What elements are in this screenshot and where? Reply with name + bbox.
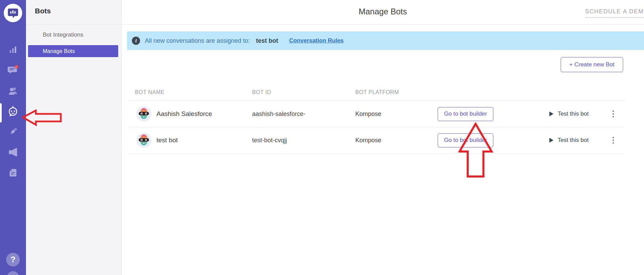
go-to-bot-builder-button[interactable]: Go to bot builder: [438, 133, 493, 147]
bot-name: test bot: [156, 136, 178, 144]
sidebar-item-campaigns[interactable]: [0, 142, 26, 162]
bot-platform: Kompose: [355, 110, 438, 118]
bot-name: Aashish Salesforce: [156, 110, 212, 118]
page-title: Manage Bots: [122, 7, 644, 16]
section-title: Bots: [35, 7, 51, 15]
create-new-bot-button[interactable]: + Create new Bot: [561, 57, 623, 72]
column-header-bot-platform: BOT PLATFORM: [355, 89, 438, 95]
notification-badge: [15, 65, 18, 69]
primary-sidebar: ?: [0, 0, 26, 275]
plug-icon: [8, 127, 18, 137]
active-indicator: [0, 103, 2, 122]
bottom-partial-icon[interactable]: [7, 271, 19, 275]
assigned-bot-name: test bot: [256, 37, 278, 44]
megaphone-icon: [8, 147, 18, 157]
app-screen: ? Bots Bot Integrations Manage Bots Mana…: [0, 0, 644, 275]
sidebar-item-bots[interactable]: [0, 101, 26, 121]
column-header-bot-name: BOT NAME: [128, 89, 252, 95]
info-icon: i: [132, 37, 140, 45]
test-this-bot-label: Test this bot: [558, 137, 589, 144]
bot-avatar: [136, 106, 151, 121]
users-icon: [8, 86, 18, 95]
play-icon: [549, 138, 554, 143]
play-icon: [549, 111, 554, 117]
bot-name-cell: Aashish Salesforce: [128, 106, 252, 121]
help-icon[interactable]: ?: [6, 253, 20, 266]
sidebar-item-dashboard[interactable]: [0, 39, 26, 60]
header-divider: [26, 24, 644, 25]
banner-text: All new conversations are assigned to:: [145, 37, 250, 44]
bot-platform: Kompose: [355, 137, 438, 144]
test-this-bot-label: Test this bot: [558, 110, 589, 117]
sidebar-item-conversations[interactable]: [0, 60, 26, 80]
secondary-sidebar: Bots Bot Integrations Manage Bots: [26, 0, 122, 275]
logo-bubble-icon: [7, 7, 19, 19]
nav-item-bot-integrations[interactable]: Bot Integrations: [43, 31, 83, 38]
go-to-bot-builder-button[interactable]: Go to bot builder: [438, 107, 493, 121]
document-icon: [8, 168, 18, 178]
row-menu-kebab-icon[interactable]: [602, 108, 625, 119]
column-header-bot-id: BOT ID: [252, 89, 355, 95]
test-this-bot-button[interactable]: Test this bot: [536, 137, 602, 144]
bots-table: BOT NAME BOT ID BOT PLATFORM: [128, 84, 625, 154]
table-row: Aashish Salesforce aashish-salesforce- K…: [128, 101, 625, 127]
schedule-demo-link[interactable]: SCHEDULE A DEMO: [585, 8, 644, 18]
bar-chart-icon: [8, 45, 18, 54]
bot-name-cell: test bot: [128, 133, 252, 148]
table-header-row: BOT NAME BOT ID BOT PLATFORM: [128, 84, 625, 101]
sidebar-item-articles[interactable]: [0, 162, 26, 183]
row-menu-kebab-icon[interactable]: [602, 135, 625, 146]
chat-icon: [7, 65, 19, 76]
test-this-bot-button[interactable]: Test this bot: [536, 110, 602, 117]
bot-avatar: [136, 133, 151, 148]
nav-item-manage-bots[interactable]: Manage Bots: [28, 45, 118, 57]
kommunicate-logo-icon[interactable]: [4, 4, 22, 22]
bot-id: test-bot-cvqjj: [252, 137, 355, 144]
conversation-rules-link[interactable]: Conversation Rules: [289, 37, 344, 44]
table-row: test bot test-bot-cvqjj Kompose Go to bo…: [128, 127, 625, 154]
bot-id: aashish-salesforce-: [252, 110, 355, 118]
bot-icon: [7, 105, 19, 117]
sidebar-item-integrations[interactable]: [0, 121, 26, 142]
sidebar-item-contacts[interactable]: [0, 80, 26, 101]
assignment-info-banner: i All new conversations are assigned to:…: [127, 31, 644, 50]
